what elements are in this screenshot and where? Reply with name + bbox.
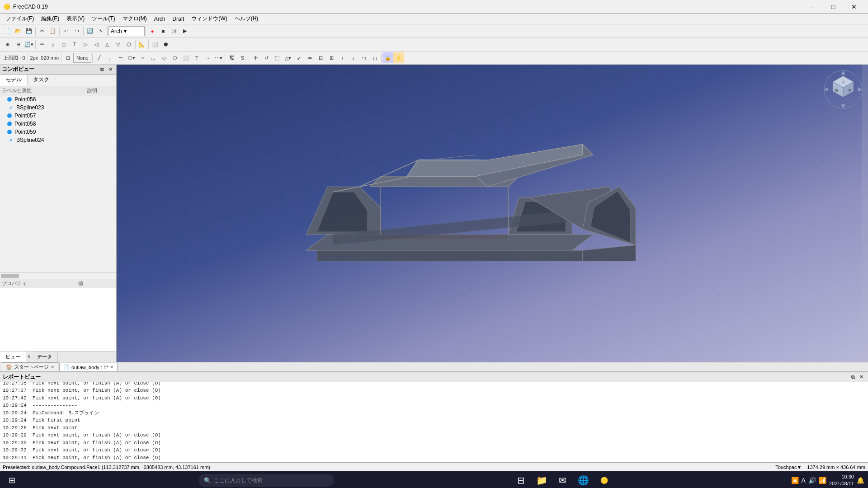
taskbar-taskview[interactable]: ⊟ bbox=[511, 471, 531, 488]
sidebar-close-button[interactable]: ✕ bbox=[107, 66, 114, 73]
snap-btn-12[interactable]: ↓↓ bbox=[369, 52, 380, 63]
close-button[interactable]: ✕ bbox=[844, 0, 864, 14]
volume-icon[interactable]: 🔊 bbox=[808, 477, 816, 484]
taskbar-chrome[interactable]: 🌐 bbox=[573, 471, 593, 488]
tree-item[interactable]: ↗BSpline024 bbox=[0, 136, 116, 144]
menu-item-t[interactable]: ツール(T) bbox=[88, 14, 118, 23]
tab-close-button[interactable]: ✕ bbox=[110, 365, 113, 370]
rect-tool[interactable]: ⬜ bbox=[180, 52, 191, 63]
fit-all-button[interactable]: ⊞ bbox=[2, 39, 13, 50]
snap-toggle-btn[interactable]: ⚡ bbox=[393, 52, 404, 63]
snap-btn-9[interactable]: ↑ bbox=[337, 52, 348, 63]
sidebar-float-button[interactable]: ⧉ bbox=[99, 66, 106, 73]
taskbar-freecad[interactable]: 🟡 bbox=[594, 471, 614, 488]
polygon-tool[interactable]: ⬡ bbox=[170, 52, 180, 63]
nav-cube[interactable]: 上 前 右 ↑ ↓ ← → bbox=[823, 69, 863, 110]
menu-item-arch[interactable]: Arch bbox=[151, 15, 169, 23]
taskbar-mail[interactable]: ✉ bbox=[552, 471, 572, 488]
system-clock[interactable]: 10:30 2021/08/11 bbox=[829, 474, 854, 488]
menu-item-draft[interactable]: Draft bbox=[169, 15, 188, 23]
cut-button[interactable]: ✂ bbox=[37, 26, 47, 37]
wire-tool[interactable]: ┐ bbox=[104, 52, 115, 63]
fit-selection-button[interactable]: ⊟ bbox=[13, 39, 24, 50]
network-icon[interactable]: 🔼 bbox=[791, 477, 799, 484]
snap-btn-3[interactable]: ⬚ bbox=[272, 52, 283, 63]
right-view-button[interactable]: ▷ bbox=[80, 39, 91, 50]
viewport-3d[interactable]: 上 前 右 ↑ ↓ ← → ⋮ bbox=[117, 65, 868, 362]
doc-tab[interactable]: 📄outlaw_body : 1*✕ bbox=[59, 363, 118, 371]
snap-btn-7[interactable]: ⊡ bbox=[315, 52, 326, 63]
home-view-button[interactable]: ⌂ bbox=[47, 39, 58, 50]
view-menu-button[interactable]: 🔄▾ bbox=[24, 39, 34, 50]
start-button[interactable]: ⊞ bbox=[2, 471, 22, 488]
tree-item[interactable]: Point057 bbox=[0, 112, 116, 120]
search-input[interactable] bbox=[214, 477, 313, 483]
box-select-button[interactable]: ⬜ bbox=[150, 39, 160, 50]
save-button[interactable]: 💾 bbox=[24, 26, 34, 37]
snap-btn-2[interactable]: ↺ bbox=[261, 52, 272, 63]
new-button[interactable]: 📄 bbox=[2, 26, 13, 37]
line-tool[interactable]: ╱ bbox=[94, 52, 104, 63]
rear-view-button[interactable]: ◁ bbox=[91, 39, 102, 50]
menu-item-w[interactable]: ウィンドウ(W) bbox=[188, 14, 231, 23]
left-view-button[interactable]: △ bbox=[102, 39, 113, 50]
snap-btn-4[interactable]: △▾ bbox=[283, 52, 293, 63]
tab-task[interactable]: タスク bbox=[28, 75, 55, 86]
snap-btn-6[interactable]: ⇔ bbox=[304, 52, 315, 63]
workbench-dropdown[interactable]: Arch ▾ bbox=[108, 26, 145, 36]
taskbar-fileexplorer[interactable]: 📁 bbox=[532, 471, 552, 488]
minimize-button[interactable]: ─ bbox=[802, 0, 823, 14]
isometric-button[interactable]: ⬡ bbox=[123, 39, 134, 50]
snap-btn-11[interactable]: ↑↑ bbox=[359, 52, 369, 63]
undo-button[interactable]: ↩ bbox=[61, 26, 71, 37]
text-tool[interactable]: T bbox=[191, 52, 202, 63]
bottom-view-button[interactable]: ▽ bbox=[113, 39, 123, 50]
tab-model[interactable]: モデル bbox=[0, 75, 28, 86]
front-view-button[interactable]: □ bbox=[58, 39, 69, 50]
poly-select-button[interactable]: ⬟ bbox=[160, 39, 171, 50]
play-button[interactable]: ▶ bbox=[179, 26, 190, 37]
report-content[interactable]: 10:27:33 Pick next point, or finish (A) … bbox=[0, 382, 868, 462]
sidebar-hscroll[interactable] bbox=[0, 272, 116, 279]
doc-tab[interactable]: 🏠スタートページ✕ bbox=[2, 362, 58, 371]
redo-button[interactable]: ↪ bbox=[71, 26, 82, 37]
tab-extra[interactable] bbox=[58, 352, 69, 362]
menu-item-m[interactable]: マクロ(M) bbox=[119, 14, 151, 23]
poly-tool[interactable]: ⬡▾ bbox=[126, 52, 137, 63]
dimension-tool[interactable]: ↔ bbox=[202, 52, 213, 63]
menu-item-f[interactable]: ファイル(F) bbox=[2, 14, 38, 23]
stop-button[interactable]: ■ bbox=[158, 26, 169, 37]
refresh-button[interactable]: 🔄 bbox=[85, 26, 95, 37]
tab-view[interactable]: ビュー bbox=[0, 352, 26, 362]
record-button[interactable]: ● bbox=[147, 26, 158, 37]
menu-item-h[interactable]: ヘルプ(H) bbox=[231, 14, 262, 23]
circle-tool[interactable]: ○ bbox=[137, 52, 148, 63]
copy-button[interactable]: 📋 bbox=[47, 26, 58, 37]
snap-btn-10[interactable]: ↓ bbox=[348, 52, 359, 63]
pointer-button[interactable]: ↖ bbox=[95, 26, 106, 37]
report-close-button[interactable]: ✕ bbox=[858, 374, 865, 380]
report-float-button[interactable]: ⧉ bbox=[849, 374, 857, 380]
taskbar-search[interactable]: 🔍 bbox=[198, 474, 334, 487]
snap-btn-1[interactable]: ✛ bbox=[250, 52, 261, 63]
arc-tool[interactable]: ◡ bbox=[148, 52, 159, 63]
tree-item[interactable]: Point058 bbox=[0, 120, 116, 128]
maximize-button[interactable]: □ bbox=[823, 0, 844, 14]
hscroll-thumb[interactable] bbox=[1, 274, 19, 278]
more-tools[interactable]: ⋯▾ bbox=[213, 52, 224, 63]
arch-structure-tool[interactable]: S bbox=[237, 52, 248, 63]
bspline-tool[interactable]: 〜 bbox=[115, 52, 126, 63]
arch-wall-tool[interactable]: 🏗 bbox=[226, 52, 237, 63]
ellipse-tool[interactable]: ⬭ bbox=[159, 52, 170, 63]
snap-btn-8[interactable]: ⊞ bbox=[326, 52, 337, 63]
snap-btn-5[interactable]: ↙ bbox=[293, 52, 304, 63]
lock-snap-btn[interactable]: 🔒 bbox=[382, 52, 393, 63]
draw-style-button[interactable]: ✏ bbox=[37, 39, 47, 50]
tab-close-button[interactable]: ✕ bbox=[51, 365, 54, 370]
menu-item-v[interactable]: 表示(V) bbox=[63, 14, 88, 23]
notifications-icon[interactable]: 🔔 bbox=[857, 477, 864, 484]
tree-item[interactable]: Point056 bbox=[0, 95, 116, 103]
grid-toggle[interactable]: ⊞ bbox=[62, 52, 73, 63]
speaker-icon[interactable]: A bbox=[802, 477, 806, 484]
tab-data[interactable]: データ bbox=[32, 352, 58, 362]
